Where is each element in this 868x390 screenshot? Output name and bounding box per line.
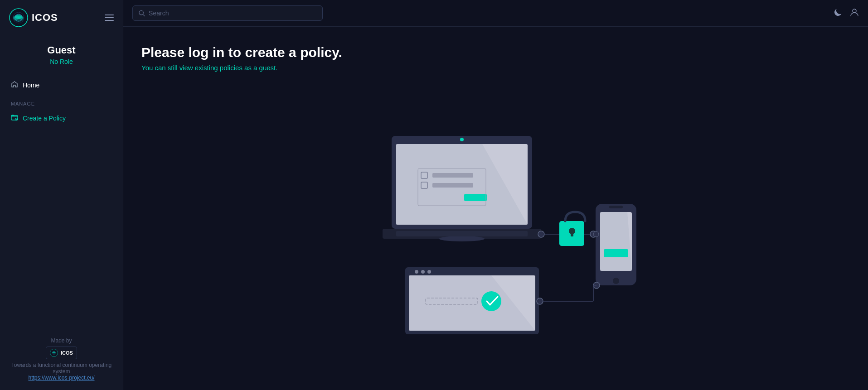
user-profile-icon[interactable] [850, 8, 859, 19]
footer-tagline: Towards a functional continuum operating… [7, 362, 116, 375]
svg-point-42 [613, 278, 619, 284]
svg-point-43 [593, 231, 599, 237]
illustration-area [141, 90, 850, 372]
main-content: Please log in to create a policy. You ca… [123, 0, 868, 390]
create-policy-label: Create a Policy [23, 115, 66, 122]
search-icon [138, 10, 145, 17]
sidebar-item-create-policy[interactable]: Create a Policy [5, 109, 117, 127]
home-icon [11, 81, 18, 89]
sidebar: ICOS Guest No Role Home Manage [0, 0, 123, 390]
logo-text: ICOS [32, 12, 58, 24]
header [123, 0, 868, 27]
page-title: Please log in to create a policy. [141, 45, 850, 60]
svg-point-30 [538, 231, 544, 237]
svg-point-49 [427, 270, 431, 274]
hamburger-menu[interactable] [105, 14, 114, 21]
svg-rect-24 [432, 183, 473, 188]
dark-mode-icon[interactable] [834, 8, 843, 19]
icos-logo-icon [9, 8, 28, 27]
search-input[interactable] [149, 10, 317, 17]
sidebar-nav: Home Manage Create a Policy [0, 76, 123, 127]
page-subtitle: You can still view existing policies as … [141, 64, 850, 72]
policy-illustration [337, 127, 655, 335]
svg-point-47 [415, 270, 418, 274]
svg-rect-29 [396, 231, 528, 236]
folder-icon [11, 114, 18, 122]
user-role: No Role [7, 58, 116, 65]
svg-line-15 [143, 14, 145, 16]
svg-point-51 [481, 291, 501, 311]
svg-rect-38 [609, 206, 623, 208]
svg-point-13 [53, 351, 56, 353]
svg-rect-25 [464, 194, 487, 201]
svg-marker-40 [600, 212, 632, 271]
svg-rect-36 [571, 232, 573, 236]
header-right [834, 8, 859, 19]
user-section: Guest No Role [0, 35, 123, 76]
svg-point-52 [537, 298, 543, 304]
content-area: Please log in to create a policy. You ca… [123, 27, 868, 390]
sidebar-item-home[interactable]: Home [5, 76, 117, 94]
svg-point-16 [853, 9, 856, 13]
manage-section-label: Manage [5, 94, 117, 109]
home-label: Home [23, 82, 39, 89]
user-name: Guest [7, 44, 116, 56]
footer-link[interactable]: https://www.icos-project.eu/ [7, 375, 116, 381]
sidebar-logo-area: ICOS [0, 0, 123, 35]
svg-point-28 [439, 236, 485, 241]
sidebar-footer: Made by ICOS Towards a functional contin… [0, 328, 123, 390]
svg-point-18 [460, 138, 464, 141]
svg-rect-22 [432, 173, 473, 178]
svg-point-48 [421, 270, 425, 274]
search-bar[interactable] [132, 5, 323, 21]
svg-rect-41 [604, 249, 628, 257]
footer-logo-box: ICOS [46, 347, 77, 359]
footer-made-by: Made by [7, 337, 116, 344]
